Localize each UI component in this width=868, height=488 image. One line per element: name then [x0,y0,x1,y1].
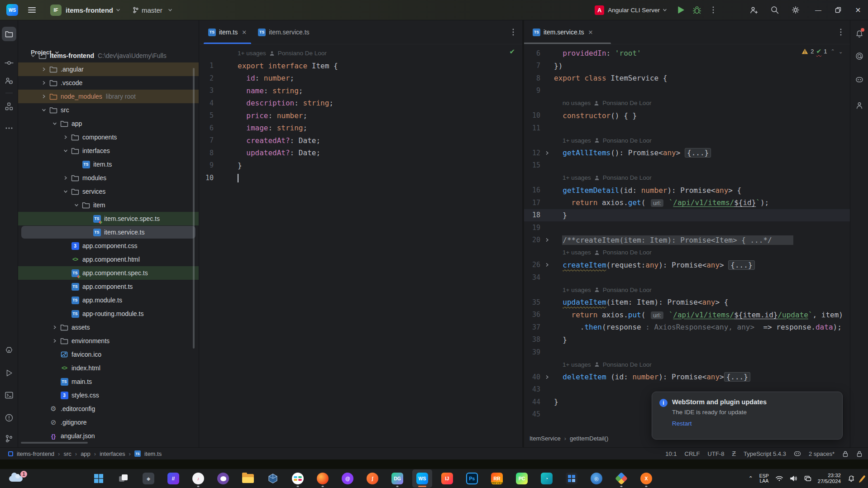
tool-run-icon[interactable] [2,366,16,380]
project-icon[interactable]: IF [50,5,62,16]
tree-row-item.service.spec.ts[interactable]: TSitem.service.spec.ts [18,212,199,225]
restore-button[interactable] [828,0,848,20]
status-crumb-src[interactable]: src [63,450,71,457]
code-line-38[interactable]: 38 } [524,334,850,346]
taskbar-intellij-idea[interactable]: IJ [437,469,457,488]
pen-icon[interactable] [859,475,865,482]
tree-row-item.ts[interactable]: TSitem.ts [18,158,199,171]
tool-services-icon[interactable] [2,343,16,357]
caret-position[interactable]: 10:1 [665,450,677,457]
tree-row-interfaces[interactable]: interfaces [18,144,199,158]
weather-widget[interactable]: 1 [8,472,28,485]
taskbar-search-globe[interactable]: ◎ [587,469,606,488]
code-line-17[interactable]: 17 return axios.get( url: `/api/v1/items… [524,196,850,209]
taskbar-task-view[interactable] [114,469,134,488]
taskbar-github-desktop[interactable] [213,469,233,488]
taskbar-slack[interactable] [288,469,308,488]
tab-options-icon[interactable] [510,28,517,37]
code-line-19[interactable]: 19 [524,221,850,234]
code-line-7[interactable]: 7}) [524,60,850,72]
strip-copilot-icon[interactable] [852,72,867,87]
main-menu-icon[interactable] [28,7,36,13]
wifi-icon[interactable] [775,475,783,482]
tool-commit-icon[interactable] [2,56,16,70]
run-button[interactable] [674,4,687,16]
tree-row-styles.css[interactable]: 3styles.css [18,388,199,402]
project-name[interactable]: items-frontend [66,6,113,14]
taskbar-app-teal-tool[interactable]: ◔ [537,469,557,488]
project-scrollbar-horizontal[interactable] [21,442,88,444]
tree-row-app-routing.module.ts[interactable]: TSapp-routing.module.ts [18,307,199,321]
close-icon[interactable]: ✕ [588,29,593,36]
code-line-6[interactable]: 6 image: string; [200,122,522,134]
taskbar-app-feather[interactable]: ʃ [362,469,382,488]
language-indicator[interactable]: ESPLAA [759,474,769,483]
tree-row-environments[interactable]: environments [18,334,199,348]
code-line-10[interactable]: 10 [200,172,522,184]
code-line-11[interactable]: 11 [524,122,850,134]
code-line-12[interactable]: 12 getAllItems(): Promise<any> {...} [524,147,850,159]
restart-link[interactable]: Restart [672,420,692,427]
code-line-8[interactable]: 8 updatedAt?: Date; [200,147,522,159]
fold-arrow-icon[interactable] [540,238,554,242]
tree-row-node_modules[interactable]: node_moduleslibrary root [18,90,199,103]
code-line-10[interactable]: 10 constructor() { } [524,110,850,122]
fold-arrow-icon[interactable] [540,151,554,155]
strip-notifications-icon[interactable] [852,27,867,41]
tree-row-app.component.html[interactable]: <>app.component.html [18,253,199,266]
taskbar-app-blocks[interactable] [562,469,582,488]
line-separator[interactable]: CRLF [685,450,700,457]
tab-item.service.ts[interactable]: TSitem.service.ts [253,20,314,44]
indent-setting[interactable]: 2 spaces* [809,450,835,457]
branch-selector[interactable]: master [132,6,172,14]
close-icon[interactable]: ✕ [242,29,247,36]
taskbar-webstorm[interactable]: WS [412,469,432,488]
minimize-button[interactable]: — [808,0,828,20]
file-encoding[interactable]: UTF-8 [708,450,725,457]
taskbar-itunes[interactable]: ♪ [188,469,208,488]
tab-item.ts[interactable]: TSitem.ts✕ [204,20,251,44]
usage-hint[interactable]: 1+ usagesPonsiano De Loor [524,359,850,371]
tree-row-.editorconfig[interactable]: ⚙.editorconfig [18,402,199,416]
tree-row-app.component.spec.ts[interactable]: TSapp.component.spec.ts [18,266,199,280]
tree-row-items-frontend[interactable]: items-frontendC:\dev\java\Udemy\Fulls [18,49,199,62]
code-with-me-icon[interactable] [748,4,760,16]
tree-row-item[interactable]: item [18,198,199,212]
status-crumb-app[interactable]: app [81,450,91,457]
code-line-2[interactable]: 2 id: number; [200,72,522,85]
code-line-18[interactable]: 18 } [524,209,850,222]
code-line-34[interactable]: 34 [524,271,850,284]
usage-hint[interactable]: 1+ usagesPonsiano De Loor [524,246,850,259]
strip-ai-assistant-icon[interactable] [852,49,867,63]
tree-row-app.component.ts[interactable]: TSapp.component.ts [18,280,199,293]
tool-terminal-icon[interactable] [2,388,16,402]
taskbar-virtualbox[interactable] [263,469,283,488]
code-line-9[interactable]: 9} [200,159,522,172]
taskbar-photoshop[interactable]: Ps [462,469,482,488]
tree-row-services[interactable]: services [18,185,199,198]
tab-item.service.ts[interactable]: TSitem.service.ts✕ [528,20,597,44]
volume-icon[interactable] [790,475,798,482]
taskbar-pycharm[interactable]: PC [512,469,532,488]
tree-row-app[interactable]: app [18,117,199,130]
tool-project-folder-icon[interactable] [2,27,16,41]
code-line-35[interactable]: 35 updateItem(item: Item): Promise<any> … [524,296,850,309]
tree-row-angular.json[interactable]: {}angular.json [18,429,199,443]
code-area-right[interactable]: 6 providedIn: 'root'7})8export class Ite… [524,47,850,421]
project-scrollbar-vertical[interactable] [193,68,195,349]
code-line-20[interactable]: 20 /**createItem(item: Item): Promise<It… [524,234,850,247]
usage-hint[interactable]: 1+ usagesPonsiano De Loor [524,284,850,297]
file-unlock-icon[interactable] [856,450,863,457]
tree-row-components[interactable]: components [18,130,199,144]
taskbar-app-blue-slash[interactable]: // [163,469,183,488]
status-crumb-item.ts[interactable]: item.ts [144,450,162,457]
taskbar-app-diamond[interactable] [611,469,631,488]
hidden-icons-chevron[interactable]: ⌃ [749,475,753,482]
taskbar-rustrover[interactable]: RRPREVIEW [487,469,507,488]
taskbar-app-swirl[interactable]: @ [338,469,358,488]
tool-version-control-icon[interactable] [2,431,16,446]
taskbar-start-button[interactable] [89,469,109,488]
tree-row-item.service.ts[interactable]: TSitem.service.ts [18,225,199,239]
touch-keyboard-icon[interactable] [804,475,811,482]
notification-center-icon[interactable]: z [847,475,855,482]
